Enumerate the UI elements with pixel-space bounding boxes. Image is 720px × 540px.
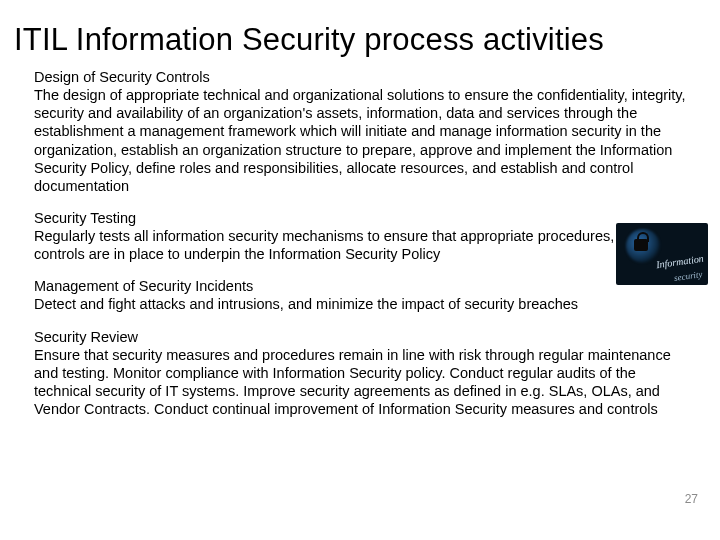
lock-icon: [634, 239, 648, 251]
thumbnail-text-top: Information: [656, 253, 705, 271]
security-thumbnail: Information security: [616, 223, 708, 285]
section-body: Regularly tests all information security…: [34, 227, 686, 263]
section-body: The design of appropriate technical and …: [34, 86, 686, 195]
section-security-review: Security Review Ensure that security mea…: [34, 328, 686, 419]
section-body: Detect and fight attacks and intrusions,…: [34, 295, 686, 313]
section-incident-management: Management of Security Incidents Detect …: [34, 277, 686, 313]
section-security-testing: Security Testing Regularly tests all inf…: [34, 209, 686, 263]
section-heading: Design of Security Controls: [34, 68, 686, 86]
section-body: Ensure that security measures and proced…: [34, 346, 686, 419]
slide-content: Design of Security Controls The design o…: [0, 68, 720, 418]
thumbnail-text-bottom: security: [673, 269, 703, 283]
section-design-controls: Design of Security Controls The design o…: [34, 68, 686, 195]
slide-title: ITIL Information Security process activi…: [0, 0, 720, 68]
page-number: 27: [685, 492, 698, 506]
section-heading: Security Review: [34, 328, 686, 346]
section-heading: Security Testing: [34, 209, 686, 227]
section-heading: Management of Security Incidents: [34, 277, 686, 295]
